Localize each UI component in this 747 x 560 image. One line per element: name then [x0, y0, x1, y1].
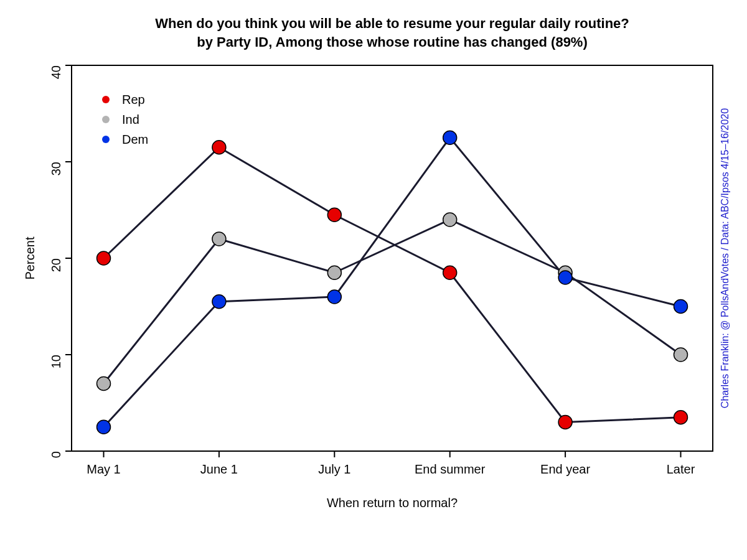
legend-label-rep: Rep — [122, 93, 145, 106]
point-rep — [558, 416, 572, 429]
legend-swatch-ind — [102, 116, 110, 123]
credit-text: Charles Franklin: @ PollsAndVotes / Data… — [720, 108, 730, 408]
legend-label-dem: Dem — [122, 133, 148, 146]
chart: When do you think you will be able to re… — [0, 0, 747, 560]
point-rep — [327, 208, 341, 222]
plot-border — [72, 65, 713, 451]
legend-swatch-dem — [102, 136, 110, 143]
point-rep — [674, 411, 688, 424]
point-dem — [327, 290, 341, 304]
point-ind — [443, 213, 457, 226]
y-tick-label: 0 — [49, 451, 63, 458]
x-tick-label: End summer — [415, 462, 486, 476]
point-rep — [97, 251, 111, 265]
point-ind — [674, 348, 688, 362]
point-rep — [212, 141, 226, 154]
x-axis-label: When return to normal? — [327, 496, 458, 510]
series-line-dem — [104, 138, 681, 427]
y-tick-label: 30 — [49, 162, 63, 175]
point-dem — [212, 295, 226, 309]
chart-title: When do you think you will be able to re… — [155, 16, 629, 31]
legend-swatch-rep — [102, 96, 110, 103]
x-tick-label: End year — [540, 462, 590, 476]
point-dem — [443, 131, 457, 144]
x-tick-label: June 1 — [200, 462, 238, 476]
y-tick-label: 10 — [49, 355, 63, 368]
x-tick-label: May 1 — [87, 462, 120, 476]
point-dem — [97, 420, 111, 434]
chart-subtitle: by Party ID, Among those whose routine h… — [197, 34, 588, 50]
y-tick-label: 20 — [49, 258, 63, 272]
point-dem — [674, 300, 688, 314]
legend-label-ind: Ind — [122, 113, 139, 126]
point-ind — [97, 377, 111, 391]
x-tick-label: July 1 — [318, 462, 350, 476]
x-tick-label: Later — [667, 462, 695, 476]
point-ind — [212, 232, 226, 246]
y-axis-label: Percent — [23, 236, 37, 279]
y-tick-label: 40 — [49, 65, 63, 79]
point-ind — [327, 266, 341, 279]
point-dem — [558, 271, 572, 284]
point-rep — [443, 266, 457, 279]
